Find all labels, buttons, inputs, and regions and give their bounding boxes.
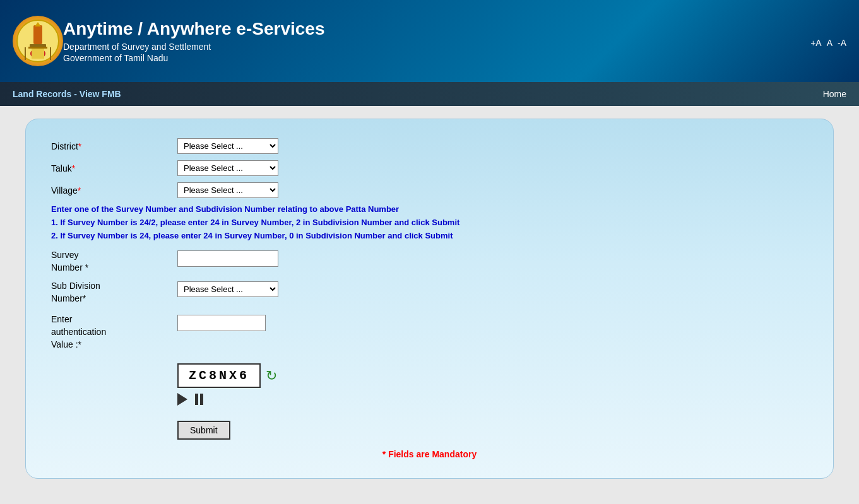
government-name: Government of Tamil Nadu: [63, 53, 324, 63]
auth-input[interactable]: [177, 315, 266, 331]
nav-page: View FMB: [80, 89, 121, 99]
subdivision-label: Sub Division Number*: [51, 280, 177, 305]
survey-number-label: Survey Number *: [51, 249, 177, 274]
font-increase-btn[interactable]: +A: [810, 38, 822, 48]
submit-section: Submit: [177, 421, 808, 440]
breadcrumb: Land Records - View FMB: [13, 89, 121, 99]
district-required: *: [78, 141, 81, 151]
font-size-controls: +A A -A: [810, 35, 846, 48]
nav-separator: -: [71, 89, 79, 99]
captcha-section: ZC8NX6 ↻: [177, 363, 808, 408]
pause-icon[interactable]: [195, 394, 203, 407]
taluk-select[interactable]: Please Select ...: [177, 160, 278, 176]
submit-button[interactable]: Submit: [177, 421, 230, 440]
info-text-block: Enter one of the Survey Number and Subdi…: [51, 204, 808, 240]
village-row: Village* Please Select ...: [51, 182, 808, 198]
info-line-3: 2. If Survey Number is 24, please enter …: [51, 231, 808, 240]
navigation-bar: Land Records - View FMB Home: [0, 82, 859, 106]
mandatory-note: * Fields are Mandatory: [51, 449, 808, 459]
district-label: District*: [51, 141, 177, 151]
form-container: District* Please Select ... Taluk* Pleas…: [25, 119, 834, 479]
auth-required: *: [78, 339, 81, 349]
svg-rect-6: [28, 47, 47, 49]
site-title: Anytime / Anywhere e-Services: [63, 19, 324, 39]
play-icon[interactable]: [177, 393, 187, 408]
main-content: District* Please Select ... Taluk* Pleas…: [0, 106, 859, 491]
taluk-label: Taluk*: [51, 163, 177, 173]
village-label: Village*: [51, 185, 177, 196]
header-text-block: Anytime / Anywhere e-Services Department…: [63, 19, 324, 63]
government-logo: [13, 16, 63, 66]
taluk-row: Taluk* Please Select ...: [51, 160, 808, 176]
info-line-1: Enter one of the Survey Number and Subdi…: [51, 204, 808, 214]
nav-section: Land Records: [13, 89, 71, 99]
survey-number-row: Survey Number *: [51, 249, 808, 274]
captcha-display: ZC8NX6: [177, 363, 261, 388]
home-link[interactable]: Home: [823, 89, 846, 99]
subdivision-select[interactable]: Please Select ...: [177, 281, 278, 297]
font-normal-btn[interactable]: A: [827, 38, 832, 48]
svg-rect-7: [32, 49, 44, 59]
subdivision-row: Sub Division Number* Please Select ...: [51, 280, 808, 305]
survey-required: *: [85, 262, 88, 273]
font-decrease-btn[interactable]: -A: [838, 38, 846, 48]
subdivision-required: *: [83, 293, 86, 303]
auth-row: Enter authentication Value :*: [51, 314, 808, 351]
captcha-controls: [177, 393, 808, 408]
survey-number-input[interactable]: [177, 250, 278, 267]
village-required: *: [78, 185, 81, 196]
district-select[interactable]: Please Select ...: [177, 138, 278, 154]
taluk-required: *: [72, 163, 75, 173]
district-row: District* Please Select ...: [51, 138, 808, 154]
info-line-2: 1. If Survey Number is 24/2, please ente…: [51, 218, 808, 227]
department-name: Department of Survey and Settlement: [63, 42, 324, 52]
auth-label: Enter authentication Value :*: [51, 314, 177, 351]
page-header: Anytime / Anywhere e-Services Department…: [0, 0, 859, 82]
captcha-refresh-icon[interactable]: ↻: [266, 368, 277, 384]
svg-rect-1: [33, 25, 42, 44]
village-select[interactable]: Please Select ...: [177, 182, 278, 198]
